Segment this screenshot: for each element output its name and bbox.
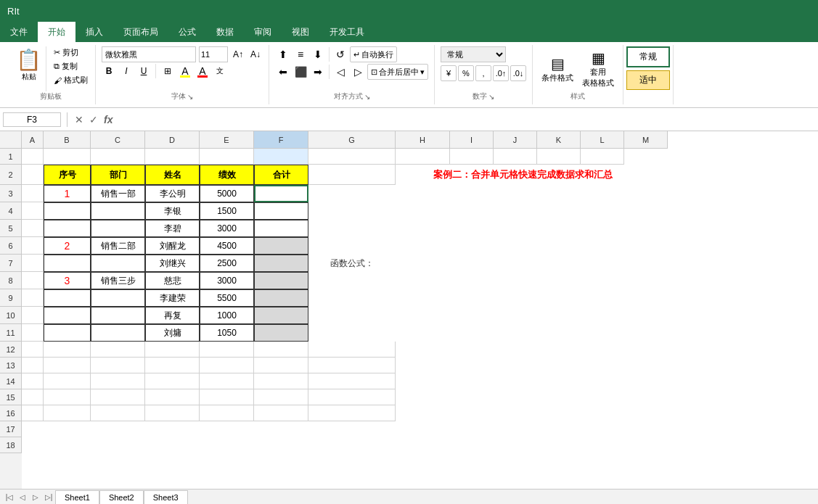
tab-view[interactable]: 视图 — [282, 22, 319, 42]
row-header-7[interactable]: 7 — [0, 255, 22, 272]
font-size-input[interactable] — [199, 46, 228, 62]
cell-C1[interactable] — [91, 149, 145, 165]
cell-B4[interactable] — [44, 202, 91, 220]
cell-B12[interactable] — [44, 342, 91, 358]
cell-A8[interactable] — [22, 272, 44, 289]
cell-F1[interactable] — [254, 149, 308, 165]
cell-G5[interactable] — [308, 220, 396, 237]
row-header-12[interactable]: 12 — [0, 342, 22, 358]
cell-J1[interactable] — [494, 149, 537, 165]
cell-F8[interactable] — [254, 272, 308, 289]
cell-B8[interactable]: 3 — [44, 272, 91, 289]
cell-E4[interactable]: 1500 — [200, 202, 254, 220]
cell-A5[interactable] — [22, 220, 44, 237]
copy-button[interactable]: ⧉ 复制 — [52, 60, 89, 73]
cell-F14[interactable] — [254, 373, 308, 389]
font-expand-icon[interactable]: ↘ — [187, 93, 193, 101]
cut-button[interactable]: ✂ 剪切 — [52, 46, 89, 59]
col-header-J[interactable]: J — [494, 131, 537, 149]
cell-G14[interactable] — [308, 373, 396, 389]
cell-C7[interactable] — [91, 255, 145, 272]
cell-G10[interactable] — [308, 307, 396, 324]
cell-A3[interactable] — [22, 185, 44, 202]
row-header-1[interactable]: 1 — [0, 149, 22, 165]
cell-E6[interactable]: 4500 — [200, 237, 254, 255]
cell-B2[interactable]: 序号 — [44, 165, 91, 185]
wrap-text-button[interactable]: ↵ 自动换行 — [350, 46, 397, 62]
col-header-B[interactable]: B — [44, 131, 91, 149]
cell-D11[interactable]: 刘墉 — [145, 324, 200, 342]
paste-button[interactable]: 📋 粘贴 — [12, 46, 46, 91]
font-decrease-button[interactable]: A↓ — [248, 47, 263, 62]
row-header-18[interactable]: 18 — [0, 437, 22, 453]
merge-center-button[interactable]: ⊡ 合并后居中 ▾ — [367, 64, 428, 80]
cell-L1[interactable] — [581, 149, 624, 165]
percent-button[interactable]: % — [458, 65, 474, 81]
cell-E7[interactable]: 2500 — [200, 255, 254, 272]
col-header-M[interactable]: M — [624, 131, 668, 149]
cell-A4[interactable] — [22, 202, 44, 220]
cell-G12[interactable] — [308, 342, 396, 358]
formatpaint-button[interactable]: 🖌 格式刷 — [52, 74, 89, 86]
underline-button[interactable]: U — [136, 64, 151, 78]
style-medium[interactable]: 适中 — [626, 70, 670, 90]
col-header-D[interactable]: D — [145, 131, 200, 149]
cell-D12[interactable] — [145, 342, 200, 358]
currency-button[interactable]: ¥ — [441, 65, 457, 81]
row-header-5[interactable]: 5 — [0, 220, 22, 237]
cell-G15[interactable] — [308, 389, 396, 405]
rotate-button[interactable]: ↺ — [332, 46, 348, 62]
sheet-nav-first[interactable]: |◁ — [3, 491, 16, 504]
cell-F2[interactable]: 合计 — [254, 165, 308, 185]
cell-A7[interactable] — [22, 255, 44, 272]
cell-C4[interactable] — [91, 202, 145, 220]
border-button[interactable]: ⊞ — [160, 64, 175, 78]
row-header-17[interactable]: 17 — [0, 421, 22, 437]
cell-F4[interactable] — [254, 202, 308, 220]
cell-C12[interactable] — [91, 342, 145, 358]
cell-E14[interactable] — [200, 373, 254, 389]
cell-I1[interactable] — [450, 149, 494, 165]
cell-F11[interactable] — [254, 324, 308, 342]
cell-C14[interactable] — [91, 373, 145, 389]
corner-cell[interactable] — [0, 131, 22, 149]
font-increase-button[interactable]: A↑ — [231, 47, 245, 62]
cell-E15[interactable] — [200, 389, 254, 405]
cell-C16[interactable] — [91, 405, 145, 421]
sheet-tab-1[interactable]: Sheet1 — [55, 490, 99, 505]
cell-A11[interactable] — [22, 324, 44, 342]
formula-cancel-icon[interactable]: ✕ — [73, 112, 85, 127]
cell-B3[interactable]: 1 — [44, 185, 91, 202]
cell-F10[interactable] — [254, 307, 308, 324]
cell-D3[interactable]: 李公明 — [145, 185, 200, 202]
cell-D6[interactable]: 刘醒龙 — [145, 237, 200, 255]
cell-E11[interactable]: 1050 — [200, 324, 254, 342]
row-header-16[interactable]: 16 — [0, 405, 22, 421]
cell-A9[interactable] — [22, 289, 44, 307]
font-color-button[interactable]: A — [195, 64, 210, 78]
cell-C3[interactable]: 销售一部 — [91, 185, 145, 202]
cell-H1[interactable] — [396, 149, 450, 165]
cell-E12[interactable] — [200, 342, 254, 358]
cell-B6[interactable]: 2 — [44, 237, 91, 255]
tab-home[interactable]: 开始 — [38, 22, 75, 42]
tab-dev[interactable]: 开发工具 — [319, 22, 375, 42]
cell-A2[interactable] — [22, 165, 44, 185]
cell-G13[interactable] — [308, 358, 396, 373]
cell-B7[interactable] — [44, 255, 91, 272]
cell-F3[interactable] — [254, 185, 308, 202]
cell-A15[interactable] — [22, 389, 44, 405]
style-normal[interactable]: 常规 — [626, 46, 670, 67]
tab-insert[interactable]: 插入 — [75, 22, 113, 42]
cell-reference-input[interactable] — [3, 112, 61, 127]
cell-C6[interactable]: 销售二部 — [91, 237, 145, 255]
col-header-A[interactable]: A — [22, 131, 44, 149]
cell-C5[interactable] — [91, 220, 145, 237]
number-expand-icon[interactable]: ↘ — [488, 93, 494, 101]
formula-confirm-icon[interactable]: ✓ — [88, 112, 99, 127]
conditional-format-button[interactable]: ▤ 条件格式 — [539, 52, 576, 86]
cell-B15[interactable] — [44, 389, 91, 405]
align-bottom-button[interactable]: ⬇ — [310, 46, 326, 62]
cell-F16[interactable] — [254, 405, 308, 421]
sheet-tab-3[interactable]: Sheet3 — [144, 490, 188, 505]
